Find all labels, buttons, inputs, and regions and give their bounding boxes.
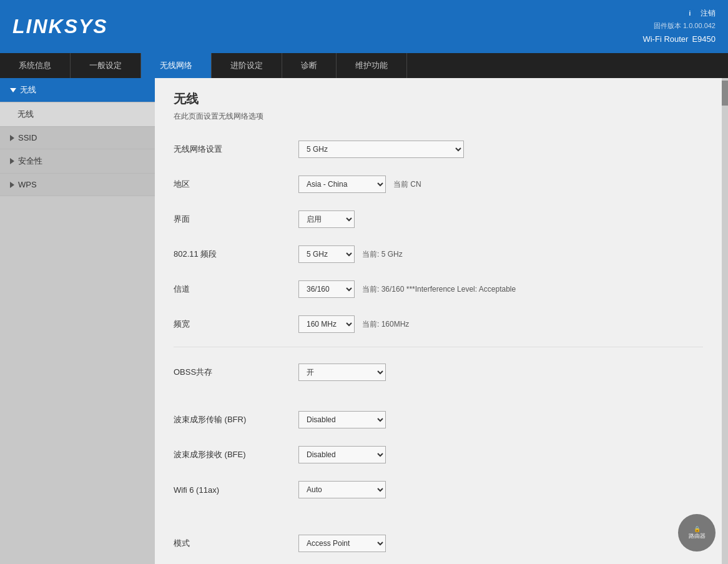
chevron-right-icon-3 — [10, 182, 14, 188]
control-wireless-setting: 2.4 GHz 5 GHz — [298, 141, 464, 158]
sidebar-label-wireless-sub: 无线 — [17, 109, 34, 120]
header-right: i 注销 固件版本 1.0.00.042 Wi-Fi RouterE9450 — [639, 8, 716, 45]
page-title: 无线 — [174, 91, 703, 107]
control-interface: 启用 禁用 — [298, 210, 355, 228]
select-wifi6[interactable]: Auto Enabled Disabled — [298, 481, 386, 498]
firmware-version: 固件版本 1.0.00.042 — [639, 21, 716, 31]
label-mode: 模式 — [174, 538, 298, 549]
control-bandwidth: 160 MHz 80 MHz 40 MHz 20 MHz 当前: 160MHz — [298, 315, 409, 333]
spacer-1 — [174, 395, 703, 407]
nav-general[interactable]: 一般设定 — [71, 53, 141, 78]
control-band: 5 GHz 当前: 5 GHz — [298, 245, 403, 263]
current-region: 当前 CN — [393, 179, 421, 190]
row-bandwidth: 频宽 160 MHz 80 MHz 40 MHz 20 MHz 当前: 160M… — [174, 312, 703, 337]
control-wifi6: Auto Enabled Disabled — [298, 481, 386, 498]
current-band: 当前: 5 GHz — [362, 249, 403, 260]
nav-diagnostics[interactable]: 诊断 — [282, 53, 337, 78]
sidebar-label-ssid: SSID — [18, 133, 37, 142]
nav-maintenance[interactable]: 维护功能 — [337, 53, 407, 78]
watermark-text: 🔒路由器 — [689, 526, 706, 540]
header: LINKSYS i 注销 固件版本 1.0.00.042 Wi-Fi Route… — [0, 0, 728, 53]
label-region: 地区 — [174, 179, 298, 190]
row-wifi6: Wifi 6 (11ax) Auto Enabled Disabled — [174, 477, 703, 502]
divider-1 — [174, 347, 703, 347]
select-channel[interactable]: 36/160 — [298, 280, 355, 298]
content-area: 无线 在此页面设置无线网络选项 无线网络设置 2.4 GHz 5 GHz 地区 … — [155, 78, 722, 564]
select-bfe[interactable]: Disabled Enabled — [298, 446, 386, 463]
label-bandwidth: 频宽 — [174, 319, 298, 330]
label-obss: OBSS共存 — [174, 367, 298, 378]
logout-icon: i — [685, 9, 695, 19]
row-obss: OBSS共存 开 关 — [174, 360, 703, 385]
row-mode: 模式 Access Point Wireless Bridge — [174, 531, 703, 556]
select-interface[interactable]: 启用 禁用 — [298, 210, 355, 228]
label-wireless-setting: 无线网络设置 — [174, 144, 298, 155]
logout-label[interactable]: 注销 — [701, 8, 716, 19]
nav-wireless[interactable]: 无线网络 — [141, 53, 212, 78]
row-interface: 界面 启用 禁用 — [174, 207, 703, 232]
label-band: 802.11 频段 — [174, 249, 298, 260]
control-mode: Access Point Wireless Bridge — [298, 535, 386, 552]
control-region: Asia - China 当前 CN — [298, 176, 421, 193]
label-interface: 界面 — [174, 214, 298, 225]
label-channel: 信道 — [174, 284, 298, 295]
row-wireless-setting: 无线网络设置 2.4 GHz 5 GHz — [174, 137, 703, 162]
sidebar-item-wireless-sub[interactable]: 无线 — [0, 102, 155, 127]
current-channel: 当前: 36/160 ***Interference Level: Accept… — [362, 284, 516, 295]
row-band: 802.11 频段 5 GHz 当前: 5 GHz — [174, 242, 703, 267]
chevron-right-icon — [10, 135, 14, 141]
sidebar-label-wireless-parent: 无线 — [20, 84, 36, 96]
sidebar-item-wps[interactable]: WPS — [0, 174, 155, 196]
product-name: Wi-Fi RouterE9450 — [639, 32, 716, 45]
scrollbar[interactable] — [722, 78, 728, 564]
select-mode[interactable]: Access Point Wireless Bridge — [298, 535, 386, 552]
control-channel: 36/160 当前: 36/160 ***Interference Level:… — [298, 280, 516, 298]
label-wifi6: Wifi 6 (11ax) — [174, 485, 298, 495]
spacer-2 — [174, 512, 703, 531]
select-obss[interactable]: 开 关 — [298, 364, 386, 381]
row-bfr: 波束成形传输 (BFR) Disabled Enabled — [174, 407, 703, 432]
row-region: 地区 Asia - China 当前 CN — [174, 172, 703, 197]
sidebar-item-ssid[interactable]: SSID — [0, 127, 155, 149]
label-bfe: 波束成形接收 (BFE) — [174, 449, 298, 460]
label-bfr: 波束成形传输 (BFR) — [174, 414, 298, 425]
scroll-thumb[interactable] — [722, 81, 728, 106]
nav-advanced[interactable]: 进阶设定 — [212, 53, 282, 78]
sidebar-label-wps: WPS — [18, 180, 37, 189]
select-bandwidth[interactable]: 160 MHz 80 MHz 40 MHz 20 MHz — [298, 315, 355, 333]
sidebar-label-security: 安全性 — [18, 156, 42, 167]
select-band[interactable]: 5 GHz — [298, 245, 355, 263]
row-bfe: 波束成形接收 (BFE) Disabled Enabled — [174, 442, 703, 467]
select-wireless-setting[interactable]: 2.4 GHz 5 GHz — [298, 141, 464, 158]
sidebar-item-security[interactable]: 安全性 — [0, 149, 155, 174]
select-region[interactable]: Asia - China — [298, 176, 386, 193]
watermark: 🔒路由器 — [678, 514, 716, 552]
chevron-right-icon-2 — [10, 158, 14, 164]
nav-sysinfo[interactable]: 系统信息 — [0, 53, 71, 78]
select-bfr[interactable]: Disabled Enabled — [298, 411, 386, 428]
control-bfr: Disabled Enabled — [298, 411, 386, 428]
row-channel: 信道 36/160 当前: 36/160 ***Interference Lev… — [174, 277, 703, 302]
control-bfe: Disabled Enabled — [298, 446, 386, 463]
logo: LINKSYS — [12, 15, 108, 38]
control-obss: 开 关 — [298, 364, 386, 381]
sidebar-item-wireless-parent[interactable]: 无线 — [0, 78, 155, 102]
main-container: 无线 无线 SSID 安全性 WPS 无线 在此页面设置无线网络选项 无线网络设… — [0, 78, 728, 564]
page-desc: 在此页面设置无线网络选项 — [174, 111, 703, 122]
main-nav: 系统信息 一般设定 无线网络 进阶设定 诊断 维护功能 — [0, 53, 728, 78]
chevron-down-icon — [10, 88, 16, 92]
current-bandwidth: 当前: 160MHz — [362, 319, 409, 330]
logout-area[interactable]: i 注销 — [639, 8, 716, 19]
sidebar: 无线 无线 SSID 安全性 WPS — [0, 78, 155, 564]
